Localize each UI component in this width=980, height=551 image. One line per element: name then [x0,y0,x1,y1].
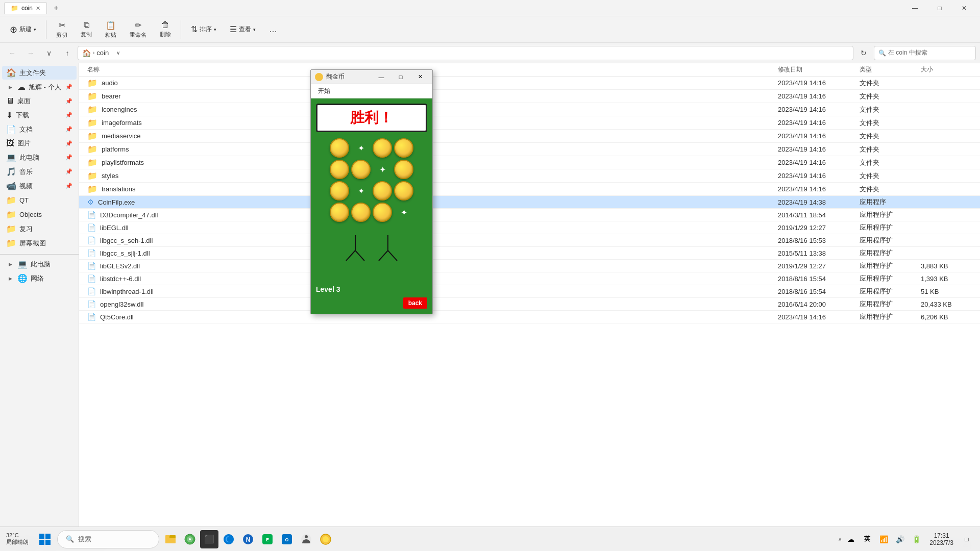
language-tray-icon[interactable]: 英 [860,532,874,546]
refresh-button[interactable]: ↻ [855,45,872,61]
tab-coin[interactable]: 📁 coin ✕ [4,2,47,14]
col-size[interactable]: 大小 [921,65,972,74]
taskbar-file-explorer[interactable] [161,530,180,548]
game-maximize-button[interactable]: □ [393,71,409,83]
file-row[interactable]: 📄libwinpthread-1.dll 2018/8/16 15:54 应用程… [79,285,980,298]
sidebar-item-review[interactable]: 📁 复习 [2,222,77,236]
coin [394,181,413,201]
file-row[interactable]: 📄libstdc++-6.dll 2018/8/16 15:54 应用程序扩 1… [79,272,980,285]
tray-chevron[interactable]: ∧ [838,536,842,542]
pin-pictures-icon: 📌 [65,140,72,147]
sidebar-item-cloud[interactable]: ▶ ☁ 旭辉 - 个人 📌 [2,80,77,94]
col-type[interactable]: 类型 [860,65,921,74]
sidebar-item-thispc[interactable]: 💻 此电脑 📌 [2,151,77,164]
objects-folder-icon: 📁 [6,210,16,219]
coin [351,203,371,222]
thispc-expand-icon: ▶ [6,260,14,268]
cloud-tray-icon[interactable]: ☁ [844,532,858,546]
sidebar-item-home[interactable]: 🏠 主文件夹 [2,66,77,80]
taskbar-app-2[interactable]: ⬛ [200,530,218,548]
game-start-button[interactable]: 开始 [315,86,333,96]
minimize-button[interactable]: — [903,0,927,16]
sidebar-item-network[interactable]: ▶ 🌐 网络 [2,271,77,285]
file-row-platforms[interactable]: 📁platforms 2023/4/19 14:16 文件夹 [79,143,980,156]
system-clock[interactable]: 17:31 2023/7/3 [925,532,958,546]
back-button[interactable]: ← [4,45,20,61]
sidebar-item-music[interactable]: 🎵 音乐 📌 [2,165,77,179]
more-button[interactable]: … [263,18,283,41]
maximize-button[interactable]: □ [928,0,951,16]
sidebar-item-desktop[interactable]: 🖥 桌面 📌 [2,94,77,108]
file-row-coinfilp[interactable]: ⚙ CoinFilp.exe 2023/4/19 14:38 应用程序 [79,196,980,209]
file-row[interactable]: 📁imageformats 2023/4/19 14:16 文件夹 [79,116,980,130]
address-dropdown-icon[interactable]: ∨ [111,46,125,60]
file-row[interactable]: 📁playlistformats 2023/4/19 14:16 文件夹 [79,156,980,169]
taskbar-coin-game[interactable] [316,530,335,548]
svg-line-2 [355,251,364,261]
sidebar-item-docs[interactable]: 📄 文档 📌 [2,122,77,136]
close-button[interactable]: ✕ [952,0,976,16]
folder-icon: 📁 [87,118,97,128]
weather-widget[interactable]: 32°C 局部晴朗 [6,532,29,546]
file-row[interactable]: 📄D3Dcompiler_47.dll 2014/3/11 18:54 应用程序… [79,209,980,221]
file-row[interactable]: 📄opengl32sw.dll 2016/6/14 20:00 应用程序扩 20… [79,298,980,311]
file-row[interactable]: 📄libgcc_s_sjlj-1.dll 2015/5/11 13:38 应用程… [79,247,980,260]
folder-icon: 📁 [87,158,97,167]
wifi-tray-icon[interactable]: 📶 [876,532,891,546]
up-button[interactable]: ↑ [59,45,76,61]
file-row[interactable]: 📄Qt5Core.dll 2023/4/19 14:16 应用程序扩 6,206… [79,311,980,323]
sort-button[interactable]: ⇅ 排序 ▾ [185,18,222,41]
cut-button[interactable]: ✂ 剪切 [51,18,73,41]
start-button[interactable] [35,529,55,549]
copy-button[interactable]: ⧉ 复制 [75,18,97,41]
new-button[interactable]: ⊕ 新建 ▾ [4,18,42,41]
file-row[interactable]: 📄libGLESv2.dll 2019/1/29 12:27 应用程序扩 3,8… [79,260,980,272]
search-box[interactable]: 🔍 在 coin 中搜索 [874,46,976,60]
qt-folder-icon: 📁 [6,195,16,205]
taskbar-app-4[interactable]: E [258,530,277,548]
taskbar-center: ⬛ N E O [161,530,335,548]
svg-line-5 [388,251,397,261]
file-row[interactable]: 📁audio 2023/4/19 14:16 文件夹 [79,77,980,90]
tab-close-button[interactable]: ✕ [36,5,40,12]
address-input[interactable]: 🏠 › coin ∨ [78,46,853,60]
sidebar-item-pictures[interactable]: 🖼 图片 📌 [2,137,77,150]
sidebar-item-qt[interactable]: 📁 QT [2,193,77,207]
file-row[interactable]: 📁mediaservice 2023/4/19 14:16 文件夹 [79,130,980,143]
taskbar-edge[interactable] [219,530,238,548]
taskbar-search[interactable]: 🔍 搜索 [57,530,159,548]
taskbar-app-1[interactable] [181,530,199,548]
file-row[interactable]: 📁translations 2023/4/19 14:16 文件夹 [79,183,980,196]
delete-button[interactable]: 🗑 删除 [154,18,177,41]
volume-tray-icon[interactable]: 🔊 [893,532,907,546]
back-button[interactable]: back [403,297,427,309]
file-row[interactable]: 📄libgcc_s_seh-1.dll 2018/8/16 15:53 应用程序… [79,234,980,247]
file-row[interactable]: 📄libEGL.dll 2019/1/29 12:27 应用程序扩 [79,221,980,234]
new-icon: ⊕ [10,24,17,35]
file-row[interactable]: 📁iconengines 2023/4/19 14:16 文件夹 [79,103,980,116]
taskbar-app-6[interactable] [297,530,315,548]
game-close-button[interactable]: ✕ [412,71,428,83]
battery-tray-icon[interactable]: 🔋 [909,532,923,546]
taskbar-app-3[interactable]: N [239,530,257,548]
taskbar-app-5[interactable]: O [278,530,296,548]
coin [330,181,349,201]
game-minimize-button[interactable]: — [373,71,389,83]
forward-button[interactable]: → [22,45,39,61]
col-modified[interactable]: 修改日期 [778,65,860,74]
sidebar-item-downloads[interactable]: ⬇ 下载 📌 [2,108,77,122]
new-tab-button[interactable]: + [49,1,63,15]
view-button[interactable]: ☰ 查看 ▾ [224,18,261,41]
sidebar-item-thispc-group[interactable]: ▶ 💻 此电脑 [2,257,77,271]
recent-button[interactable]: ∨ [41,45,57,61]
file-row[interactable]: 📁styles 2023/4/19 14:16 文件夹 [79,169,980,183]
new-dropdown-icon: ▾ [34,27,36,32]
paste-button[interactable]: 📋 粘贴 [100,18,122,41]
sidebar-item-objects[interactable]: 📁 Objects [2,208,77,221]
notification-icon[interactable]: □ [960,532,974,546]
sidebar-item-videos[interactable]: 📹 视频 📌 [2,179,77,193]
coin [330,203,349,222]
rename-button[interactable]: ✏ 重命名 [124,18,152,41]
sidebar-item-screenshots[interactable]: 📁 屏幕截图 [2,236,77,250]
file-row[interactable]: 📁bearer 2023/4/19 14:16 文件夹 [79,90,980,103]
